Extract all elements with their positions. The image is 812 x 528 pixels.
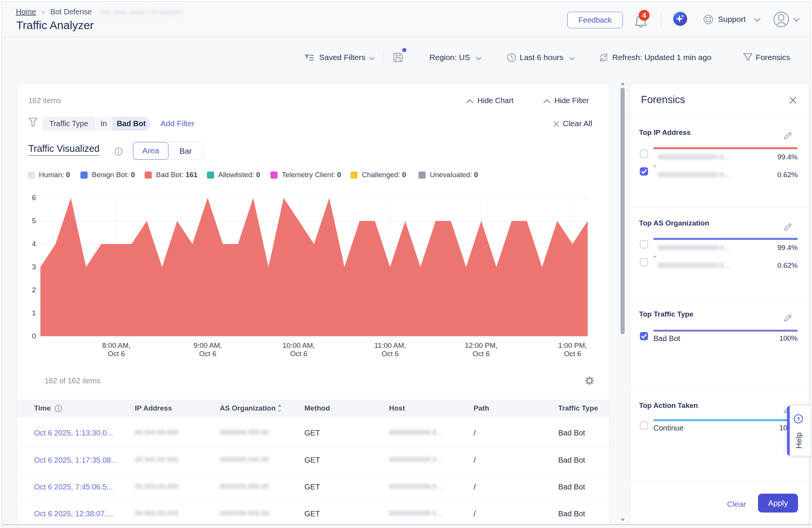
svg-text:?: ? — [797, 416, 800, 422]
